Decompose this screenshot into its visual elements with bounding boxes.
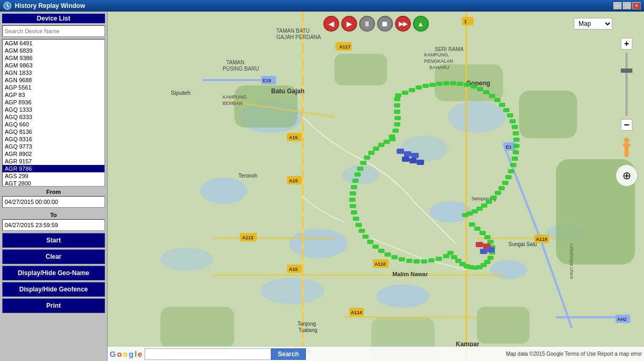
list-item[interactable]: AGM 6491 — [3, 40, 104, 47]
list-item[interactable]: AGM 6839 — [3, 47, 104, 54]
map-type-dropdown[interactable]: Map Satellite Hybrid Terrain — [574, 18, 612, 30]
pause-button[interactable]: ⏸ — [359, 16, 375, 32]
svg-point-7 — [490, 260, 527, 279]
svg-rect-101 — [495, 191, 501, 195]
start-button[interactable]: Start — [2, 233, 105, 248]
left-panel: Device List AGM 6491AGM 6839AGM 9386AGM … — [0, 12, 108, 361]
play-button[interactable]: ▶ — [341, 16, 357, 32]
svg-rect-149 — [354, 172, 361, 177]
device-list[interactable]: AGM 6491AGM 6839AGM 9386AGM 9863AGN 1833… — [2, 39, 105, 187]
svg-text:A15: A15 — [289, 135, 298, 140]
svg-rect-79 — [457, 82, 463, 86]
svg-rect-132 — [406, 259, 412, 263]
display-geo-name-button[interactable]: Display/Hide Geo-Name — [2, 266, 105, 280]
svg-text:Malim Nawar: Malim Nawar — [392, 271, 428, 277]
pan-control[interactable]: ⊕ — [616, 164, 638, 187]
svg-rect-128 — [436, 257, 442, 261]
stop-button[interactable]: ⏹ — [377, 16, 393, 32]
svg-rect-144 — [350, 204, 356, 208]
zoom-in-button[interactable]: + — [621, 38, 632, 50]
map-type-selector[interactable]: Map Satellite Hybrid Terrain — [574, 18, 612, 30]
svg-rect-95 — [512, 157, 518, 161]
list-item[interactable]: AGM 9386 — [3, 54, 104, 62]
svg-text:PUSING BARU: PUSING BARU — [223, 66, 259, 72]
svg-rect-155 — [378, 143, 385, 147]
list-item[interactable]: AGQ 660 — [3, 121, 104, 128]
map-search-input[interactable] — [145, 348, 271, 360]
zoom-out-button[interactable]: − — [621, 119, 632, 131]
list-item[interactable]: AGQ 1333 — [3, 106, 104, 113]
main-content: Device List AGM 6491AGM 6839AGM 9386AGM … — [0, 12, 644, 361]
to-date-input[interactable] — [2, 219, 105, 231]
svg-rect-91 — [513, 131, 519, 135]
window-controls[interactable]: ─ □ ✕ — [613, 2, 641, 9]
list-item[interactable]: AGQ 8316 — [3, 135, 104, 143]
from-date-input[interactable] — [2, 196, 105, 208]
svg-text:BEMBAN: BEMBAN — [223, 101, 243, 106]
svg-rect-167 — [487, 247, 495, 252]
svg-rect-174 — [394, 97, 400, 101]
svg-rect-131 — [414, 259, 420, 264]
svg-rect-108 — [462, 213, 468, 217]
list-item[interactable]: AGR 9786 — [3, 165, 104, 172]
prev-button[interactable]: ◀ — [323, 16, 339, 32]
list-item[interactable]: AGS 299 — [3, 172, 104, 180]
list-item[interactable]: AGN 9688 — [3, 76, 104, 84]
list-item[interactable]: AGP 5561 — [3, 84, 104, 91]
svg-rect-82 — [477, 87, 483, 91]
svg-text:1: 1 — [464, 19, 467, 24]
svg-rect-172 — [394, 110, 400, 114]
map-search-bar[interactable]: Search — [145, 348, 506, 360]
svg-rect-83 — [483, 90, 489, 94]
map-area[interactable]: Siputeh Batu Gajah Gopeng TAMAN BATU GAJ… — [108, 12, 644, 361]
list-item[interactable]: AGP 8936 — [3, 99, 104, 106]
svg-rect-140 — [359, 229, 365, 233]
svg-rect-150 — [357, 167, 363, 171]
from-label: From — [2, 189, 105, 195]
list-item[interactable]: AGR 9157 — [3, 158, 104, 165]
minimize-button[interactable]: ─ — [613, 2, 622, 9]
svg-rect-102 — [491, 196, 497, 200]
list-item[interactable]: AGQ 9773 — [3, 143, 104, 150]
window-title: History Replay Window — [15, 2, 613, 9]
svg-rect-156 — [383, 140, 390, 144]
svg-text:GAJAH PERDANA: GAJAH PERDANA — [276, 34, 321, 40]
svg-point-12 — [261, 278, 324, 304]
svg-rect-166 — [480, 249, 487, 254]
list-item[interactable]: AGN 1833 — [3, 69, 104, 76]
clear-button[interactable]: Clear — [2, 249, 105, 264]
list-item[interactable]: AGT 2800 — [3, 180, 104, 187]
svg-rect-112 — [484, 235, 491, 239]
start-replay-button[interactable]: ▲ — [413, 16, 429, 32]
svg-point-3 — [200, 178, 247, 204]
svg-rect-21 — [477, 307, 530, 344]
list-item[interactable]: AGQ 6333 — [3, 113, 104, 121]
list-item[interactable]: AGM 9863 — [3, 62, 104, 69]
display-geofence-button[interactable]: Display/Hide Geofence — [2, 282, 105, 297]
search-device-input[interactable] — [2, 25, 105, 37]
svg-rect-180 — [627, 151, 629, 157]
svg-rect-151 — [360, 161, 367, 165]
svg-rect-147 — [351, 185, 357, 189]
print-button[interactable]: Print — [2, 298, 105, 313]
google-g: G — [110, 349, 116, 358]
close-button[interactable]: ✕ — [632, 2, 641, 9]
next-button[interactable]: ▶▶ — [395, 16, 411, 32]
svg-rect-134 — [391, 255, 398, 259]
restore-button[interactable]: □ — [623, 2, 631, 9]
list-item[interactable]: AGQ 8136 — [3, 128, 104, 135]
zoom-controls[interactable]: + − ⊕ — [616, 38, 638, 187]
svg-rect-78 — [450, 81, 456, 85]
svg-rect-164 — [476, 242, 483, 247]
list-item[interactable]: AGR 8902 — [3, 150, 104, 158]
pegman-icon[interactable] — [621, 137, 632, 160]
map-search-button[interactable]: Search — [271, 348, 306, 360]
svg-rect-109 — [469, 222, 475, 227]
zoom-slider-thumb[interactable] — [621, 69, 632, 73]
svg-rect-137 — [372, 245, 379, 249]
list-item[interactable]: AGP 83 — [3, 91, 104, 99]
map-background: Siputeh Batu Gajah Gopeng TAMAN BATU GAJ… — [108, 12, 644, 361]
svg-rect-76 — [436, 82, 443, 86]
svg-rect-92 — [513, 138, 520, 142]
svg-text:E1: E1 — [506, 144, 512, 150]
